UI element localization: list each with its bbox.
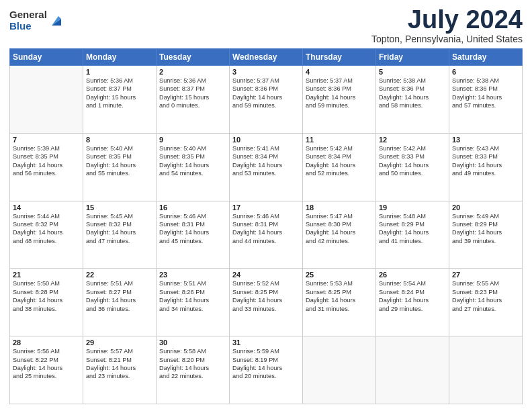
day-number: 7 [13,136,80,144]
calendar-cell: 30Sunrise: 5:58 AM Sunset: 8:20 PM Dayli… [157,336,230,404]
calendar-header-sunday: Sunday [10,49,83,66]
logo-icon [49,13,64,28]
calendar-cell: 13Sunrise: 5:43 AM Sunset: 8:33 PM Dayli… [449,133,523,201]
calendar-cell: 1Sunrise: 5:36 AM Sunset: 8:37 PM Daylig… [83,66,157,134]
calendar-cell: 27Sunrise: 5:55 AM Sunset: 8:23 PM Dayli… [449,269,523,336]
day-info: Sunrise: 5:39 AM Sunset: 8:35 PM Dayligh… [13,144,80,178]
calendar-header-saturday: Saturday [449,49,523,66]
calendar-cell: 12Sunrise: 5:42 AM Sunset: 8:33 PM Dayli… [376,133,449,201]
day-info: Sunrise: 5:44 AM Sunset: 8:32 PM Dayligh… [13,212,80,246]
day-info: Sunrise: 5:46 AM Sunset: 8:31 PM Dayligh… [232,212,300,246]
day-info: Sunrise: 5:42 AM Sunset: 8:34 PM Dayligh… [306,144,373,178]
day-info: Sunrise: 5:42 AM Sunset: 8:33 PM Dayligh… [379,144,446,178]
day-number: 12 [379,136,446,144]
calendar-cell [449,336,523,404]
day-number: 26 [379,271,446,279]
day-number: 21 [13,271,80,279]
day-number: 5 [379,68,446,76]
day-number: 2 [159,68,226,76]
calendar-header-thursday: Thursday [303,49,376,66]
day-number: 31 [232,338,300,347]
logo-blue: Blue [9,21,47,32]
month-title: July 2024 [371,7,523,32]
page: General Blue July 2024 Topton, Pennsylva… [0,0,532,411]
day-number: 28 [13,338,80,347]
calendar-header-row: SundayMondayTuesdayWednesdayThursdayFrid… [10,49,523,66]
calendar-header-friday: Friday [376,49,449,66]
header: General Blue July 2024 Topton, Pennsylva… [9,7,523,44]
day-number: 22 [86,271,153,279]
calendar-cell: 26Sunrise: 5:54 AM Sunset: 8:24 PM Dayli… [376,269,449,336]
day-number: 25 [306,271,373,279]
day-info: Sunrise: 5:40 AM Sunset: 8:35 PM Dayligh… [159,144,226,178]
calendar-cell [303,336,376,404]
day-info: Sunrise: 5:41 AM Sunset: 8:34 PM Dayligh… [232,144,300,178]
day-info: Sunrise: 5:37 AM Sunset: 8:36 PM Dayligh… [306,77,373,110]
calendar-cell: 14Sunrise: 5:44 AM Sunset: 8:32 PM Dayli… [10,201,83,269]
day-number: 6 [452,68,519,76]
day-info: Sunrise: 5:55 AM Sunset: 8:23 PM Dayligh… [452,279,519,313]
day-info: Sunrise: 5:37 AM Sunset: 8:36 PM Dayligh… [232,77,300,110]
day-number: 15 [86,203,153,212]
calendar-cell: 31Sunrise: 5:59 AM Sunset: 8:19 PM Dayli… [230,336,303,404]
calendar-cell [10,66,83,134]
title-block: July 2024 Topton, Pennsylvania, United S… [371,7,523,44]
calendar-cell: 8Sunrise: 5:40 AM Sunset: 8:35 PM Daylig… [83,133,157,201]
calendar-cell: 9Sunrise: 5:40 AM Sunset: 8:35 PM Daylig… [157,133,230,201]
calendar-week-3: 14Sunrise: 5:44 AM Sunset: 8:32 PM Dayli… [10,201,523,269]
day-info: Sunrise: 5:40 AM Sunset: 8:35 PM Dayligh… [86,144,153,178]
day-number: 24 [232,271,300,279]
day-number: 11 [306,136,373,144]
day-info: Sunrise: 5:38 AM Sunset: 8:36 PM Dayligh… [379,77,446,110]
day-info: Sunrise: 5:57 AM Sunset: 8:21 PM Dayligh… [86,347,153,381]
day-info: Sunrise: 5:49 AM Sunset: 8:29 PM Dayligh… [452,212,519,246]
calendar-week-5: 28Sunrise: 5:56 AM Sunset: 8:22 PM Dayli… [10,336,523,404]
calendar-cell: 23Sunrise: 5:51 AM Sunset: 8:26 PM Dayli… [157,269,230,336]
calendar-table: SundayMondayTuesdayWednesdayThursdayFrid… [9,48,523,404]
calendar-cell: 7Sunrise: 5:39 AM Sunset: 8:35 PM Daylig… [10,133,83,201]
day-info: Sunrise: 5:36 AM Sunset: 8:37 PM Dayligh… [159,77,226,110]
calendar-cell: 10Sunrise: 5:41 AM Sunset: 8:34 PM Dayli… [230,133,303,201]
calendar-cell: 21Sunrise: 5:50 AM Sunset: 8:28 PM Dayli… [10,269,83,336]
logo-text: General Blue [9,9,47,32]
day-number: 9 [159,136,226,144]
day-info: Sunrise: 5:56 AM Sunset: 8:22 PM Dayligh… [13,347,80,381]
day-number: 20 [452,203,519,212]
day-number: 4 [306,68,373,76]
day-info: Sunrise: 5:59 AM Sunset: 8:19 PM Dayligh… [232,347,300,381]
day-number: 8 [86,136,153,144]
day-number: 1 [86,68,153,76]
location-title: Topton, Pennsylvania, United States [371,34,523,44]
day-info: Sunrise: 5:51 AM Sunset: 8:27 PM Dayligh… [86,279,153,313]
logo-general: General [9,9,47,21]
day-number: 17 [232,203,300,212]
calendar-cell [376,336,449,404]
calendar-cell: 17Sunrise: 5:46 AM Sunset: 8:31 PM Dayli… [230,201,303,269]
calendar-cell: 19Sunrise: 5:48 AM Sunset: 8:29 PM Dayli… [376,201,449,269]
day-number: 13 [452,136,519,144]
day-number: 23 [159,271,226,279]
calendar-cell: 28Sunrise: 5:56 AM Sunset: 8:22 PM Dayli… [10,336,83,404]
logo: General Blue [9,9,64,32]
day-number: 27 [452,271,519,279]
day-info: Sunrise: 5:48 AM Sunset: 8:29 PM Dayligh… [379,212,446,246]
calendar-cell: 20Sunrise: 5:49 AM Sunset: 8:29 PM Dayli… [449,201,523,269]
calendar-cell: 2Sunrise: 5:36 AM Sunset: 8:37 PM Daylig… [157,66,230,134]
day-info: Sunrise: 5:45 AM Sunset: 8:32 PM Dayligh… [86,212,153,246]
day-info: Sunrise: 5:54 AM Sunset: 8:24 PM Dayligh… [379,279,446,313]
day-number: 29 [86,338,153,347]
calendar-cell: 16Sunrise: 5:46 AM Sunset: 8:31 PM Dayli… [157,201,230,269]
calendar-week-2: 7Sunrise: 5:39 AM Sunset: 8:35 PM Daylig… [10,133,523,201]
day-info: Sunrise: 5:43 AM Sunset: 8:33 PM Dayligh… [452,144,519,178]
calendar-cell: 6Sunrise: 5:38 AM Sunset: 8:36 PM Daylig… [449,66,523,134]
calendar-cell: 22Sunrise: 5:51 AM Sunset: 8:27 PM Dayli… [83,269,157,336]
day-number: 18 [306,203,373,212]
day-info: Sunrise: 5:50 AM Sunset: 8:28 PM Dayligh… [13,279,80,313]
day-info: Sunrise: 5:46 AM Sunset: 8:31 PM Dayligh… [159,212,226,246]
calendar-cell: 15Sunrise: 5:45 AM Sunset: 8:32 PM Dayli… [83,201,157,269]
day-info: Sunrise: 5:38 AM Sunset: 8:36 PM Dayligh… [452,77,519,110]
calendar-cell: 5Sunrise: 5:38 AM Sunset: 8:36 PM Daylig… [376,66,449,134]
day-info: Sunrise: 5:51 AM Sunset: 8:26 PM Dayligh… [159,279,226,313]
calendar-header-monday: Monday [83,49,157,66]
day-info: Sunrise: 5:58 AM Sunset: 8:20 PM Dayligh… [159,347,226,381]
